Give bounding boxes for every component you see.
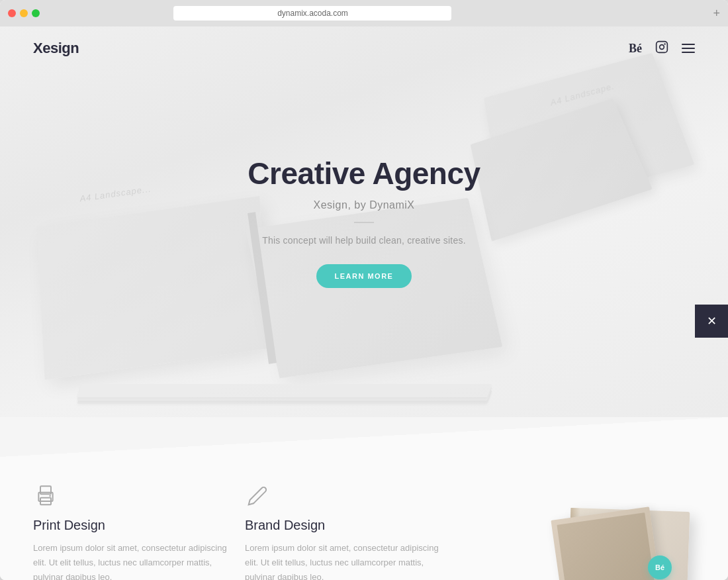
website-content: A4 Landscape. A4 Landscape... Xesign Bé xyxy=(0,26,728,580)
svg-point-2 xyxy=(664,44,665,44)
menu-line-1 xyxy=(682,44,695,45)
new-tab-button[interactable]: + xyxy=(713,7,720,19)
hamburger-menu-button[interactable] xyxy=(682,44,695,53)
service-item-brand: Brand Design Lorem ipsum dolor sit amet,… xyxy=(245,483,457,580)
instagram-icon[interactable] xyxy=(655,40,668,57)
svg-point-1 xyxy=(660,44,664,49)
pen-icon xyxy=(245,483,270,508)
minimize-dot[interactable] xyxy=(20,9,28,17)
behance-icon[interactable]: Bé xyxy=(629,42,642,56)
hero-subtitle: Xesign, by DynamiX xyxy=(165,199,563,211)
hero-divider xyxy=(354,222,374,223)
nav-icons: Bé xyxy=(629,40,695,57)
services-section: Print Design Lorem ipsum dolor sit amet,… xyxy=(0,457,728,580)
x-icon: ✕ xyxy=(707,314,717,328)
hero-title: Creative Agency xyxy=(165,156,563,191)
learn-more-button[interactable]: LEARN MORE xyxy=(316,264,412,288)
section-separator xyxy=(0,417,728,457)
menu-line-3 xyxy=(682,52,695,53)
accent-text: Bé xyxy=(655,563,664,571)
page-layer-3 xyxy=(77,384,492,397)
maximize-dot[interactable] xyxy=(32,9,40,17)
hero-content: Creative Agency Xesign, by DynamiX This … xyxy=(165,156,563,288)
brand-design-description: Lorem ipsum dolor sit amet, consectetur … xyxy=(245,541,443,580)
service-item-print: Print Design Lorem ipsum dolor sit amet,… xyxy=(33,483,245,580)
svg-point-6 xyxy=(49,495,51,497)
product-accent-circle: Bé xyxy=(648,556,672,579)
product-book-front xyxy=(551,507,660,580)
book-cover-inner xyxy=(557,512,654,580)
hero-section: A4 Landscape. A4 Landscape... Xesign Bé xyxy=(0,26,728,417)
navbar: Xesign Bé xyxy=(0,26,728,70)
browser-dots xyxy=(8,9,40,17)
hero-description: This concept will help build clean, crea… xyxy=(165,235,563,246)
brand-design-title: Brand Design xyxy=(245,518,443,533)
print-design-title: Print Design xyxy=(33,518,232,533)
book-label-left: A4 Landscape... xyxy=(79,183,152,203)
print-icon-svg xyxy=(35,485,56,507)
site-logo[interactable]: Xesign xyxy=(33,40,79,57)
svg-rect-0 xyxy=(657,41,668,52)
menu-line-2 xyxy=(682,48,695,49)
pages-stack xyxy=(79,351,490,404)
print-design-description: Lorem ipsum dolor sit amet, consectetur … xyxy=(33,541,232,580)
pen-icon-svg xyxy=(247,485,268,507)
url-text: dynamix.acoda.com xyxy=(277,9,348,18)
close-overlay-button[interactable]: ✕ xyxy=(695,305,728,338)
browser-chrome: dynamix.acoda.com + xyxy=(0,0,728,26)
browser-window: dynamix.acoda.com + A4 Landscape. A4 Lan… xyxy=(0,0,728,580)
print-icon xyxy=(33,483,58,508)
address-bar[interactable]: dynamix.acoda.com xyxy=(173,6,451,21)
product-showcase: Bé xyxy=(510,483,695,580)
close-dot[interactable] xyxy=(8,9,16,17)
